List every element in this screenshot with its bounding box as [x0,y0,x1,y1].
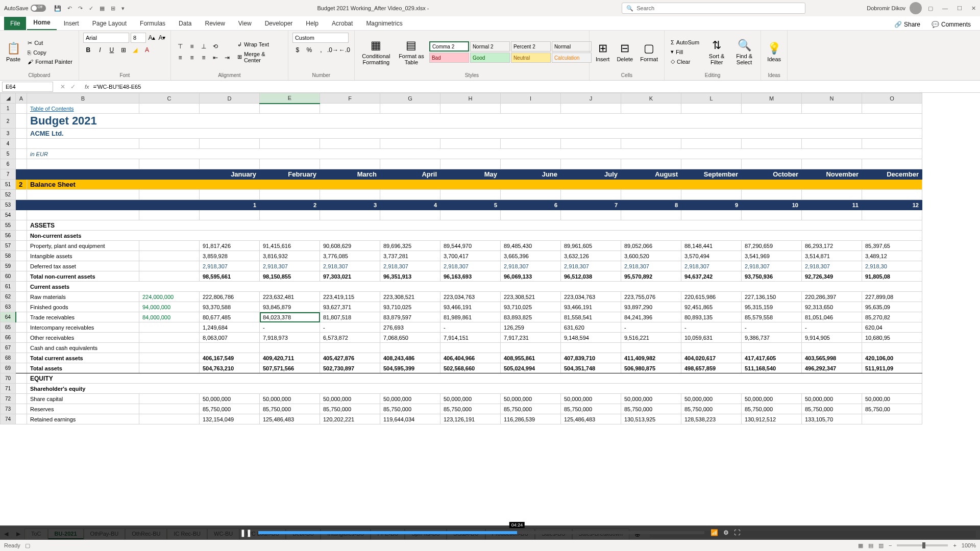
cell[interactable] [139,414,200,424]
cell[interactable]: 89,961,605 [561,241,621,251]
cell[interactable]: 50,000,000 [561,394,621,404]
cell[interactable]: 631,620 [561,322,621,333]
cell[interactable] [440,210,501,220]
cell[interactable] [440,159,501,169]
cell[interactable] [862,190,922,200]
cell[interactable] [862,343,922,353]
underline-icon[interactable]: U [107,45,117,55]
cell[interactable] [200,159,260,169]
cell[interactable] [16,129,27,139]
row-header[interactable]: 51 [1,180,16,190]
cell[interactable]: 125,486,483 [561,414,621,424]
number-format-select[interactable] [292,33,349,43]
redo-icon[interactable]: ↷ [78,5,83,12]
column-header[interactable]: N [802,93,862,104]
row-header[interactable]: 59 [1,261,16,271]
row-header[interactable]: 52 [1,190,16,200]
row-label[interactable]: Other receivables [27,333,139,343]
cell[interactable]: 81,807,518 [320,312,380,322]
cell[interactable] [681,343,742,353]
fullscreen-icon[interactable]: ⛶ [734,529,740,536]
cell[interactable] [320,210,380,220]
cell[interactable]: 89,052,066 [621,241,681,251]
row-header[interactable]: 69 [1,363,16,373]
cell[interactable]: 3,776,085 [320,251,380,261]
cell[interactable]: 50,000,000 [742,394,802,404]
month-header[interactable]: September [681,169,742,180]
cell[interactable] [139,322,200,333]
cell[interactable]: 420,106,00 [862,353,922,363]
cell[interactable]: 84,023,378 [260,312,320,322]
cell[interactable]: 85,750,000 [260,404,320,414]
cell[interactable]: 81,051,046 [802,312,862,322]
cell[interactable] [139,271,200,282]
cell[interactable] [16,114,27,129]
row-header[interactable]: 64 [1,312,16,322]
select-all-corner[interactable]: ◢ [1,93,16,104]
cell[interactable] [139,353,200,363]
column-header[interactable]: H [440,93,501,104]
cell[interactable]: 133,105,70 [802,414,862,424]
cell[interactable]: 3,489,12 [862,251,922,261]
cell[interactable]: 130,513,925 [621,414,681,424]
cell[interactable]: 9,914,905 [802,333,862,343]
sort-filter-button[interactable]: ⇅Sort & Filter [704,38,729,66]
zoom-level[interactable]: 100% [962,542,976,548]
align-left-icon[interactable]: ≡ [175,53,185,63]
cell[interactable] [561,139,621,149]
cell[interactable] [27,200,139,210]
tab-review[interactable]: Review [199,17,231,30]
cell[interactable]: 406,404,966 [440,353,501,363]
cell[interactable] [16,384,27,394]
row-header[interactable]: 73 [1,404,16,414]
cell[interactable] [440,343,501,353]
cell[interactable]: 2,918,307 [440,261,501,271]
cell[interactable]: 81,558,541 [561,312,621,322]
cell[interactable]: 407,839,710 [561,353,621,363]
column-header[interactable]: A [16,93,27,104]
cell[interactable]: 92,726,349 [802,271,862,282]
row-label[interactable]: Trade receivables [27,312,139,322]
cell[interactable] [862,414,922,424]
budget-title[interactable]: Budget 2021 [27,114,922,129]
cell[interactable] [16,251,27,261]
cell[interactable]: 3,570,494 [681,251,742,261]
cell[interactable] [561,190,621,200]
column-header[interactable]: I [501,93,561,104]
month-header[interactable]: May [440,169,501,180]
cell[interactable]: 2,918,307 [621,261,681,271]
cell[interactable]: 95,315,159 [742,302,802,312]
cell[interactable] [200,139,260,149]
cell[interactable]: 86,293,172 [802,241,862,251]
style-normal2[interactable]: Normal 2 [470,41,510,52]
style-calculation[interactable]: Calculation [552,53,592,63]
cell[interactable]: 92,451,865 [681,302,742,312]
cell[interactable] [16,353,27,363]
cell[interactable] [260,210,320,220]
dec-decimal-icon[interactable]: ←.0 [339,45,350,55]
cell[interactable]: 80,677,485 [200,312,260,322]
tab-insert[interactable]: Insert [58,17,85,30]
cell[interactable]: 502,730,897 [320,363,380,373]
qat-icon[interactable]: ⊞ [111,5,115,12]
column-header[interactable]: F [320,93,380,104]
cell[interactable] [16,282,27,292]
pause-button[interactable]: ❚❚ [240,527,252,539]
cell[interactable] [16,261,27,271]
cell[interactable] [380,190,440,200]
cell[interactable]: 96,069,133 [501,271,561,282]
row-header[interactable]: 65 [1,322,16,333]
cell[interactable] [139,169,200,180]
cell[interactable]: 93,370,588 [200,302,260,312]
column-header[interactable]: J [561,93,621,104]
cancel-formula-icon[interactable]: ✕ [60,83,65,90]
cell[interactable]: 2,918,307 [802,261,862,271]
cell[interactable]: - [681,322,742,333]
month-header[interactable]: March [320,169,380,180]
italic-icon[interactable]: I [95,45,105,55]
save-icon[interactable]: 💾 [54,5,61,12]
column-header[interactable]: K [621,93,681,104]
cell[interactable]: 116,286,539 [501,414,561,424]
cell[interactable]: 95,570,892 [621,271,681,282]
view-pagebreak-icon[interactable]: ▥ [878,542,884,549]
